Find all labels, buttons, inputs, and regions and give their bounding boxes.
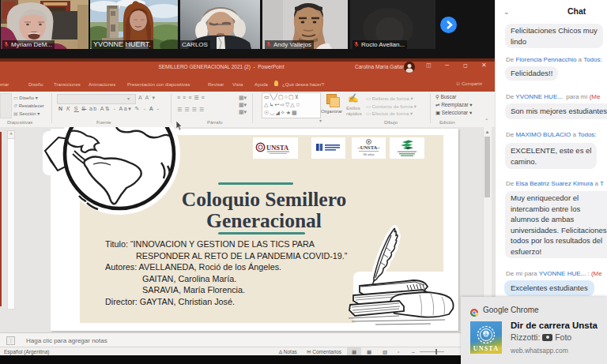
svg-text:UNSTA: UNSTA [266,144,289,152]
svg-text:60 años: 60 años [364,152,375,156]
svg-text:–UNSTA–: –UNSTA– [356,144,380,150]
svg-text:UNSTA: UNSTA [473,345,500,352]
